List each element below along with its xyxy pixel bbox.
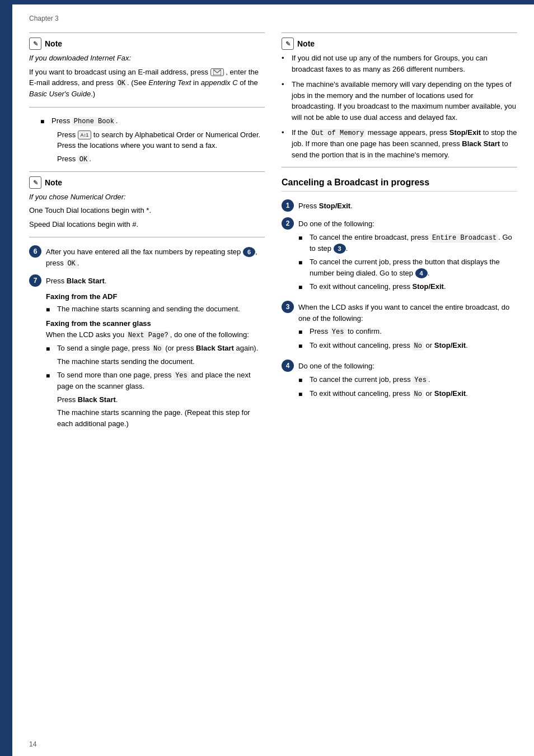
cancel-step-1-text: Press Stop/Exit.	[298, 199, 353, 212]
note-body-2: If you chose Numerical Order: One Touch …	[29, 192, 265, 230]
fax-glass-sub1: The machine starts sending the document.	[57, 356, 258, 367]
cancel-step-2-bullet3: ■ To exit without canceling, press Stop/…	[298, 281, 517, 292]
cancel-step-2-circle: 2	[282, 217, 294, 230]
cancel-step-1-circle: 1	[282, 199, 294, 212]
step-7-circle: 7	[29, 274, 41, 287]
email-button-icon	[210, 68, 224, 76]
note-body-1: If you downloaded Internet Fax: If you w…	[29, 53, 265, 100]
chapter-label: Chapter 3	[29, 15, 517, 22]
note3-bullet2: • The machine's available memory will va…	[282, 79, 517, 123]
cancel-step-3-intro: When the LCD asks if you want to cancel …	[298, 302, 517, 324]
step-6-block: 6 After you have entered all the fax num…	[29, 245, 265, 269]
cancel-step-4-bullet1: ■ To cancel the current job, press Yes.	[298, 374, 468, 385]
fax-adf-bullet: ■ The machine starts scanning and sendin…	[46, 304, 265, 315]
cancel-step-4-bullet2: ■ To exit without canceling, press No or…	[298, 388, 468, 399]
cancel-step-2-bullet1: ■ To cancel the entire broadcast, press …	[298, 232, 517, 254]
right-column: Note • If you did not use up any of the …	[282, 32, 517, 432]
cancel-step-4-circle: 4	[282, 360, 294, 372]
note-icon-3	[282, 38, 294, 50]
fax-glass-title: Faxing from the scanner glass	[46, 319, 265, 328]
page-number: 14	[12, 740, 36, 748]
step-ref-4a: 4	[415, 268, 428, 278]
note-title-3: Note	[282, 38, 517, 50]
cancel-step-2-intro: Do one of the following:	[298, 218, 517, 230]
cancel-step-3-bullet1: ■ Press Yes to confirm.	[298, 326, 517, 337]
cancel-step-2-bullet2: ■ To cancel the current job, press the b…	[298, 256, 517, 278]
note-box-1: Note If you downloaded Internet Fax: If …	[29, 32, 265, 108]
note-line1: One Touch Dial locations begin with *.	[29, 205, 265, 216]
bullet-sq-1: ■	[40, 115, 48, 127]
fax-adf-text: The machine starts scanning and sending …	[57, 304, 240, 315]
note-box-3: Note • If you did not use up any of the …	[282, 32, 517, 167]
note-icon-1	[29, 38, 41, 50]
cancel-step-1: 1 Press Stop/Exit.	[282, 199, 517, 212]
fax-glass-sub2: Press Black Start.	[57, 394, 265, 405]
note3-bullet3: • If the Out of Memory message appears, …	[282, 127, 517, 160]
cancel-step-3-bullet2: ■ To exit without canceling, press No or…	[298, 340, 517, 351]
note-label-1: Note	[45, 39, 62, 48]
bullet-sq-glass2: ■	[46, 370, 54, 429]
cancel-step-2-text: Do one of the following: ■ To cancel the…	[298, 217, 517, 295]
press-sort: Press A↕1 to search by Alphabetical Orde…	[57, 129, 265, 151]
note-text-1: If you want to broadcast using an E-mail…	[29, 67, 265, 100]
sort-icon: A↕1	[78, 130, 91, 139]
fax-adf-title: Faxing from the ADF	[46, 292, 265, 301]
phonebook-bullet: ■ Press Phone Book.	[40, 115, 265, 127]
fax-glass-intro: When the LCD asks you Next Page?, do one…	[46, 330, 265, 339]
note-line2: Speed Dial locations begin with #.	[29, 219, 265, 230]
cancel-step-4-intro: Do one of the following:	[298, 361, 468, 372]
note-label-3: Note	[297, 39, 315, 48]
note3-bullet1: • If you did not use up any of the numbe…	[282, 53, 517, 74]
cancel-step-3-circle: 3	[282, 301, 294, 313]
step-ref-6: 6	[243, 247, 255, 257]
fax-glass-bullet1: ■ To send a single page, press No (or pr…	[46, 343, 265, 367]
step-ref-3: 3	[334, 244, 346, 254]
note-label-2: Note	[45, 178, 62, 187]
note-icon-2	[29, 176, 41, 189]
cancel-step-4-text: Do one of the following: ■ To cancel the…	[298, 360, 468, 402]
phonebook-text: Press Phone Book.	[51, 115, 118, 127]
phonebook-step: ■ Press Phone Book. Press A↕1 to search …	[40, 115, 265, 165]
press-ok-1: Press OK.	[57, 153, 265, 165]
note-italic-2: If you chose Numerical Order:	[29, 192, 265, 203]
fax-adf-section: Faxing from the ADF ■ The machine starts…	[46, 292, 265, 315]
cancel-step-2: 2 Do one of the following: ■ To cancel t…	[282, 217, 517, 295]
step-7-block: 7 Press Black Start.	[29, 274, 265, 287]
left-bar	[0, 4, 12, 756]
cancel-step-3-text: When the LCD asks if you want to cancel …	[298, 301, 517, 354]
bullet-sq-adf: ■	[46, 304, 54, 315]
note-title-2: Note	[29, 176, 265, 189]
fax-glass-bullet2-text: To send more than one page, press Yes an…	[57, 370, 265, 429]
left-column: Note If you downloaded Internet Fax: If …	[29, 32, 265, 432]
fax-glass-sub3: The machine starts scanning the page. (R…	[57, 407, 265, 429]
step-6-circle: 6	[29, 245, 41, 258]
note-italic-1: If you downloaded Internet Fax:	[29, 53, 265, 64]
bullet-sq-glass1: ■	[46, 343, 54, 367]
top-bar	[0, 0, 534, 4]
step-6-text: After you have entered all the fax numbe…	[46, 245, 265, 269]
note-body-3: • If you did not use up any of the numbe…	[282, 53, 517, 160]
fax-glass-bullet2: ■ To send more than one page, press Yes …	[46, 370, 265, 429]
note-title-1: Note	[29, 38, 265, 50]
cancel-section: Canceling a Broadcast in progress 1 Pres…	[282, 178, 517, 402]
note-box-2: Note If you chose Numerical Order: One T…	[29, 171, 265, 238]
fax-glass-section: Faxing from the scanner glass When the L…	[46, 319, 265, 430]
cancel-step-4: 4 Do one of the following: ■ To cancel t…	[282, 360, 517, 402]
cancel-section-title: Canceling a Broadcast in progress	[282, 178, 517, 192]
cancel-step-3: 3 When the LCD asks if you want to cance…	[282, 301, 517, 354]
step-7-text: Press Black Start.	[46, 274, 106, 287]
fax-glass-bullet1-text: To send a single page, press No (or pres…	[57, 343, 258, 367]
